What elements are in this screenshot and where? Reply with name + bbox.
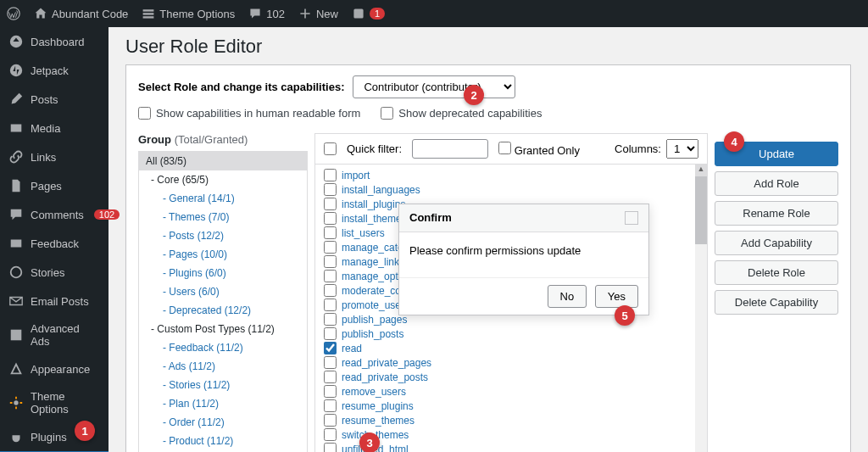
wp-logo[interactable]	[0, 0, 27, 27]
group-item[interactable]: - Custom Post Types (11/2)	[139, 320, 307, 338]
cap-checkbox[interactable]	[324, 313, 337, 326]
cap-checkbox[interactable]	[324, 226, 337, 239]
page-title: User Role Editor	[125, 36, 851, 58]
cap-checkbox[interactable]	[324, 270, 337, 282]
close-icon[interactable]	[625, 211, 638, 225]
group-item[interactable]: - Posts (12/2)	[139, 226, 307, 245]
cap-checkbox[interactable]	[324, 183, 337, 196]
cap-label[interactable]: read_private_pages	[342, 357, 431, 369]
yoast-badge: 1	[370, 8, 385, 20]
group-item[interactable]: - Pages (10/0)	[139, 245, 307, 264]
cap-label[interactable]: import	[342, 170, 370, 181]
svg-rect-6	[11, 240, 22, 248]
group-item[interactable]: - Product (11/2)	[139, 432, 307, 450]
cap-label[interactable]: install_plugins	[342, 198, 405, 210]
cap-checkbox[interactable]	[324, 212, 337, 225]
cap-checkbox[interactable]	[324, 356, 337, 369]
cap-checkbox[interactable]	[324, 169, 337, 181]
cap-label[interactable]: read_private_posts	[342, 371, 428, 383]
select-all-checkbox[interactable]	[324, 142, 337, 155]
menu-advanced-ads[interactable]: Advanced Ads	[0, 315, 108, 354]
add-capability-button[interactable]: Add Capability	[715, 231, 838, 255]
scroll-thumb[interactable]	[695, 176, 707, 244]
columns-select[interactable]: 1	[666, 139, 698, 159]
granted-checkbox[interactable]	[498, 142, 511, 154]
cap-checkbox[interactable]	[324, 198, 337, 210]
new-link[interactable]: New	[292, 0, 345, 27]
svg-rect-2	[143, 13, 154, 14]
role-select[interactable]: Contributor (contributor)	[353, 75, 515, 98]
scrollbar[interactable]: ▲	[695, 165, 707, 452]
no-button[interactable]: No	[548, 285, 587, 308]
cap-checkbox[interactable]	[324, 342, 337, 354]
cap-label[interactable]: install_languages	[342, 184, 420, 196]
yoast-link[interactable]: 1	[345, 0, 392, 27]
cap-checkbox[interactable]	[324, 371, 337, 383]
human-readable-checkbox[interactable]	[138, 107, 151, 120]
menu-appearance[interactable]: Appearance	[0, 354, 108, 383]
cap-checkbox[interactable]	[324, 255, 337, 268]
menu-pages[interactable]: Pages	[0, 171, 108, 200]
group-item[interactable]: All (83/5)	[139, 152, 307, 170]
cap-checkbox[interactable]	[324, 428, 337, 441]
rename-role-button[interactable]: Rename Role	[715, 201, 838, 226]
comments-link[interactable]: 102	[242, 0, 292, 27]
group-item[interactable]: - Plan (11/2)	[139, 394, 307, 413]
cap-label[interactable]: read	[342, 343, 362, 354]
menu-comments[interactable]: Comments102	[0, 200, 108, 229]
menu-posts[interactable]: Posts	[0, 85, 108, 114]
cap-checkbox[interactable]	[324, 414, 337, 427]
cap-checkbox[interactable]	[324, 299, 337, 311]
cap-checkbox[interactable]	[324, 327, 337, 340]
menu-theme-options[interactable]: Theme Options	[0, 383, 108, 422]
group-item[interactable]: - Themes (7/0)	[139, 208, 307, 226]
group-item[interactable]: - Stories (11/2)	[139, 376, 307, 394]
group-item[interactable]: - Order (11/2)	[139, 413, 307, 432]
theme-options-link[interactable]: Theme Options	[135, 0, 242, 27]
site-link[interactable]: Abundant Code	[27, 0, 135, 27]
confirm-dialog: Confirm Please confirm permissions updat…	[398, 204, 649, 315]
scroll-up-icon[interactable]: ▲	[695, 165, 707, 176]
capability-row: read	[324, 341, 698, 355]
group-item[interactable]: - Ads (11/2)	[139, 357, 307, 376]
group-item[interactable]: - Plugins (6/0)	[139, 264, 307, 282]
group-item[interactable]: - Feedback (11/2)	[139, 338, 307, 357]
cap-label[interactable]: publish_pages	[342, 314, 407, 326]
dialog-header: Confirm	[399, 204, 648, 232]
cap-checkbox[interactable]	[324, 284, 337, 297]
deprecated-checkbox[interactable]	[381, 107, 393, 120]
deprecated-toggle[interactable]: Show deprecated capabilities	[381, 107, 542, 120]
menu-email-posts[interactable]: Email Posts	[0, 287, 108, 315]
group-item[interactable]: - Deprecated (12/2)	[139, 301, 307, 320]
cap-label[interactable]: publish_posts	[342, 328, 403, 340]
menu-links[interactable]: Links	[0, 142, 108, 171]
cap-label[interactable]: manage_links	[342, 256, 404, 268]
cap-checkbox[interactable]	[324, 385, 337, 398]
add-role-button[interactable]: Add Role	[715, 171, 838, 196]
cap-label[interactable]: remove_users	[342, 386, 406, 398]
menu-jetpack[interactable]: Jetpack	[0, 56, 108, 85]
group-item[interactable]: - General (14/1)	[139, 189, 307, 208]
cap-checkbox[interactable]	[324, 399, 337, 412]
menu-dashboard[interactable]: Dashboard	[0, 27, 108, 56]
cap-label[interactable]: resume_themes	[342, 415, 415, 427]
cap-label[interactable]: resume_plugins	[342, 400, 414, 412]
delete-role-button[interactable]: Delete Role	[715, 260, 838, 285]
cap-checkbox[interactable]	[324, 241, 337, 254]
menu-stories[interactable]: Stories	[0, 258, 108, 287]
group-item[interactable]: - Core (65/5)	[139, 170, 307, 189]
marker-2: 2	[464, 85, 484, 105]
delete-capability-button[interactable]: Delete Capability	[715, 290, 838, 315]
human-readable-toggle[interactable]: Show capabilities in human readable form	[138, 107, 360, 120]
svg-rect-4	[353, 8, 363, 18]
menu-feedback[interactable]: Feedback	[0, 229, 108, 258]
granted-toggle[interactable]: Granted Only	[498, 142, 580, 157]
menu-media[interactable]: Media	[0, 114, 108, 142]
cap-label[interactable]: list_users	[342, 227, 385, 239]
quick-filter-label: Quick filter:	[347, 142, 402, 155]
group-item[interactable]: - Users (6/0)	[139, 282, 307, 301]
cap-label[interactable]: install_themes	[342, 213, 407, 225]
cap-checkbox[interactable]	[324, 443, 337, 452]
yes-button[interactable]: Yes	[595, 285, 638, 308]
quick-filter-input[interactable]	[412, 139, 488, 159]
